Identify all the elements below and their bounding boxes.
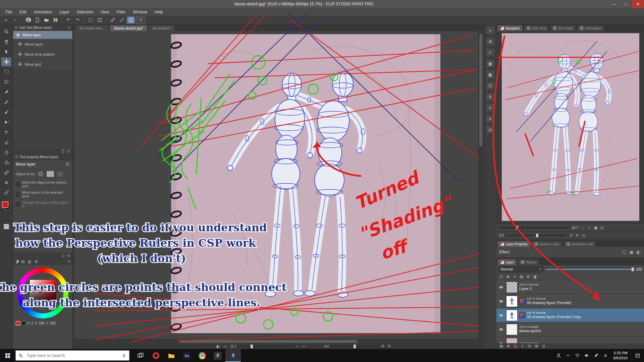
navigator-rotate-icon-1[interactable]: ↻ xyxy=(575,233,580,238)
layer-option-icon-3[interactable]: ▤ xyxy=(519,274,524,279)
close-button[interactable]: ✕ xyxy=(632,0,644,8)
checkbox[interactable] xyxy=(16,182,20,187)
layer-option-icon-2[interactable]: ≡ xyxy=(512,274,518,279)
layer-row[interactable]: 100 % Normal 3D drawing figure (Female) xyxy=(496,294,644,308)
checkbox[interactable] xyxy=(16,202,20,207)
layer-action-icon-3[interactable]: ⇩ xyxy=(520,344,525,349)
menu-edit[interactable]: Edit xyxy=(16,9,30,15)
subtool-item[interactable]: Move tone pattern xyxy=(13,49,72,59)
color-panel-icon-0[interactable]: ▤ xyxy=(20,259,25,264)
collapse-left-2-button[interactable]: ‹ xyxy=(11,16,19,24)
dock-materials-7[interactable]: A xyxy=(486,114,495,123)
doc-tab[interactable]: Illustration* xyxy=(148,25,175,31)
snap-grid-button[interactable] xyxy=(127,16,135,24)
tool-option-0[interactable]: Move the object at the clicked posi xyxy=(13,179,72,189)
layer-row[interactable]: 100 % Normal xyxy=(496,337,644,343)
zoom-tool[interactable] xyxy=(1,27,11,36)
lasso-tool[interactable] xyxy=(1,77,11,86)
subtool-item[interactable]: Move layer xyxy=(13,39,72,49)
wrench-icon[interactable] xyxy=(67,26,71,29)
canvas-horizontal-scrollbar[interactable] xyxy=(74,339,479,344)
effect-icon-0[interactable]: ◯ xyxy=(622,249,627,255)
browser-taskbar-button[interactable] xyxy=(195,349,210,362)
layer-thumbnail[interactable] xyxy=(506,338,518,344)
ruler-tool[interactable] xyxy=(1,188,11,197)
navigator-rotate-icon-2[interactable]: ⊙ xyxy=(581,233,587,238)
app-logo-button[interactable] xyxy=(24,16,32,24)
snap-special-ruler-button[interactable] xyxy=(118,16,126,24)
pan-tool[interactable] xyxy=(1,37,11,46)
blend-tool[interactable] xyxy=(1,148,11,157)
redo-button[interactable]: ↷ xyxy=(73,16,82,24)
opacity-slider[interactable] xyxy=(545,269,634,270)
menu-selection[interactable]: Selection xyxy=(73,9,97,15)
figure-tool[interactable] xyxy=(1,168,11,177)
undo-button[interactable]: ↶ xyxy=(64,16,72,24)
file-explorer-taskbar-button[interactable] xyxy=(164,349,179,362)
layer-thumbnail[interactable] xyxy=(506,324,518,335)
menu-help[interactable]: Help xyxy=(151,9,167,15)
layer-option-icon-4[interactable]: ⊞ xyxy=(525,274,531,279)
move-tone-target-button[interactable] xyxy=(46,171,54,177)
layer-row[interactable]: 100 % Multiply titania-sketch xyxy=(496,322,644,337)
add-subtool-icon[interactable] xyxy=(61,149,65,153)
canvas-artwork[interactable] xyxy=(74,31,483,344)
canvas-vertical-scrollbar[interactable] xyxy=(478,31,483,344)
transparent-color-swatch[interactable] xyxy=(4,224,9,229)
dock-materials-3[interactable]: ▩ xyxy=(486,70,495,79)
task-view-taskbar-button[interactable] xyxy=(133,349,148,362)
move-layer-tool[interactable] xyxy=(1,57,11,66)
canvas-zoom-icon-0[interactable]: − xyxy=(294,344,300,349)
layers-tab-layer[interactable]: Layer xyxy=(497,259,517,265)
color-wheel[interactable] xyxy=(17,267,68,318)
canvas-zoom-slider[interactable] xyxy=(238,346,292,347)
tray-network[interactable] xyxy=(573,349,582,362)
new-canvas-button[interactable] xyxy=(33,16,41,24)
layer-thumbnail[interactable] xyxy=(506,310,518,321)
layer-property-tab-animation-cels[interactable]: Animation cels xyxy=(563,241,596,247)
dock-collapse[interactable]: » xyxy=(486,26,495,35)
navigator-tab-navigator[interactable]: Navigator xyxy=(497,25,523,31)
dock-materials-1[interactable]: ⊞ xyxy=(486,37,495,46)
canvas-status-icon-1[interactable]: ▭ xyxy=(222,344,228,349)
marquee-tool[interactable] xyxy=(1,67,11,76)
taskbar-clock[interactable]: 5:25 PM 6/6/2019 xyxy=(610,351,631,360)
pencil-tool[interactable] xyxy=(1,98,11,107)
dock-materials-4[interactable]: ⊡ xyxy=(486,81,495,90)
tray-ime[interactable]: A xyxy=(601,349,610,362)
gear-icon[interactable] xyxy=(67,254,70,257)
visibility-toggle[interactable] xyxy=(498,299,504,304)
layer-thumbnail[interactable] xyxy=(506,296,518,307)
visibility-toggle[interactable] xyxy=(498,327,504,332)
clip-studio-taskbar-button[interactable]: S xyxy=(210,349,225,362)
tool-option-2[interactable]: Change the status of the object to xyxy=(13,199,72,209)
canvas-rotate-slider[interactable] xyxy=(331,346,378,347)
tool-option-1[interactable]: Move layers in the selected area xyxy=(13,189,72,199)
trash-icon[interactable] xyxy=(67,149,70,153)
tray-pen[interactable] xyxy=(592,349,600,362)
layer-action-icon-2[interactable]: ◫ xyxy=(513,344,518,349)
canvas-zoom-icon-1[interactable]: + xyxy=(301,344,307,349)
sub-color-swatch[interactable] xyxy=(22,321,25,325)
subtool-item[interactable]: Move grid xyxy=(13,59,72,69)
layer-row[interactable]: 100 % Normal 3D drawing figure (Female) … xyxy=(496,308,644,322)
opera-taskbar-button[interactable] xyxy=(148,349,164,362)
dock-materials-5[interactable]: ⇅ xyxy=(486,92,495,101)
dock-close-all[interactable]: ✕ xyxy=(486,48,495,57)
search-input[interactable] xyxy=(26,353,119,358)
doc-tab[interactable]: 3d model test... xyxy=(75,25,109,31)
navigator-tab-information[interactable]: Information xyxy=(577,25,605,31)
panel-menu-icon[interactable] xyxy=(15,26,18,29)
layer-option-icon-5[interactable]: ◨ xyxy=(532,274,538,279)
color-panel-icon-2[interactable]: ⊞ xyxy=(34,259,39,264)
move-layer-target-button[interactable] xyxy=(37,171,45,177)
menu-file[interactable]: File xyxy=(2,9,16,15)
open-file-button[interactable] xyxy=(42,16,50,24)
visibility-toggle[interactable] xyxy=(498,313,504,318)
menu-animation[interactable]: Animation xyxy=(30,9,55,15)
dock-materials-2[interactable]: ▦ xyxy=(486,59,495,68)
select-area-button[interactable] xyxy=(87,16,95,24)
layer-option-icon-1[interactable]: ⊠ xyxy=(505,274,511,279)
brush-tool[interactable] xyxy=(1,108,11,117)
visibility-toggle[interactable] xyxy=(498,341,504,344)
